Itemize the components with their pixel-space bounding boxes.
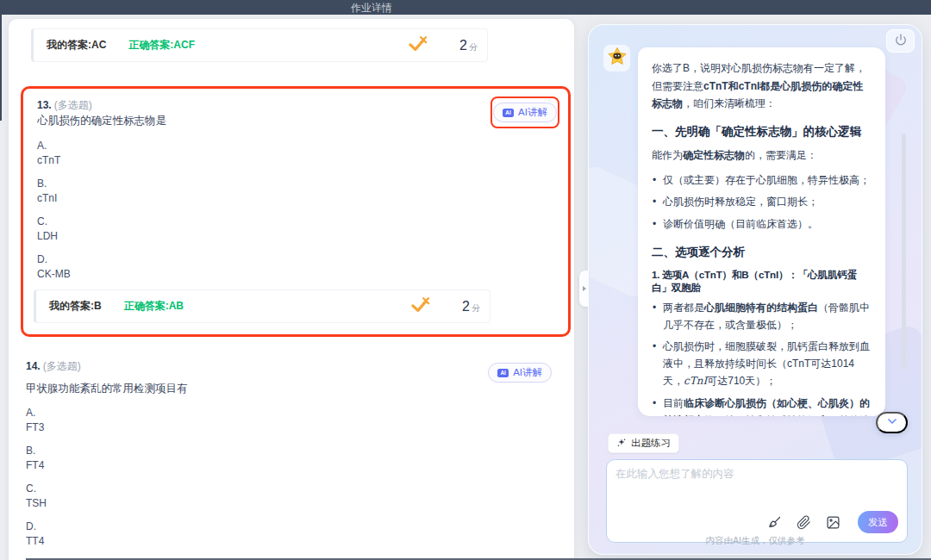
top-bar: 作业详情	[0, 0, 931, 15]
scroll-to-bottom-button[interactable]	[876, 412, 908, 433]
question-13-highlight-box: 13.(多选题) 心肌损伤的确定性标志物是 AI AI讲解 A. cTnT B.…	[21, 86, 571, 337]
option-text: TT4	[26, 534, 47, 549]
attachment-paperclip-icon[interactable]	[797, 515, 811, 530]
ai-explain-button-q13[interactable]: AI AI讲解	[493, 103, 557, 122]
option-item[interactable]: C. LDH	[37, 215, 71, 244]
ai-explain-button-q14[interactable]: AI AI讲解	[488, 363, 552, 383]
option-item[interactable]: A. cTnT	[37, 139, 71, 168]
chevron-right-icon	[583, 286, 586, 291]
option-text: TSH	[26, 496, 47, 511]
option-text: LDH	[37, 229, 71, 244]
chat-input[interactable]	[615, 467, 900, 503]
option-letter: B.	[26, 444, 47, 458]
send-button[interactable]: 发送	[858, 511, 898, 533]
chat-scrollbar[interactable]	[902, 134, 906, 370]
half-correct-icon	[410, 296, 431, 317]
question-13-stem: 心肌损伤的确定性标志物是	[37, 114, 166, 128]
option-item[interactable]: D. TT4	[26, 520, 47, 549]
option-letter: A.	[37, 139, 71, 153]
option-text: CK-MB	[37, 267, 71, 282]
ai-chat-message: 你选了B，说明对心肌损伤标志物有一定了解，但需要注意cTnT和cTnI都是心肌损…	[638, 47, 885, 416]
my-answer-label: 我的答案:B	[49, 299, 102, 314]
question-14-options: A. FT3 B. FT4 C. TSH D. TT4	[26, 406, 47, 560]
answer-card-q12: 我的答案:AC 正确答案:ACF 2分	[31, 28, 488, 62]
page-title: 作业详情	[351, 0, 392, 15]
question-list-panel: 我的答案:AC 正确答案:ACF 2分 13.(多选题) 心肌损伤的确定性标志物…	[9, 19, 574, 560]
question-14: 14.(多选题) AI AI讲解 甲状腺功能紊乱的常用检测项目有 A. FT3 …	[26, 358, 557, 374]
option-letter: C.	[37, 215, 71, 229]
sparkle-icon	[616, 438, 627, 450]
ai-badge-icon: AI	[503, 109, 514, 117]
ai-explain-label: AI讲解	[513, 366, 542, 379]
score-value: 2分	[459, 38, 478, 53]
my-answer-label: 我的答案:AC	[47, 38, 106, 53]
ai-explain-highlight-box: AI AI讲解	[490, 96, 559, 128]
window-edge-left	[0, 0, 2, 121]
option-letter: C.	[26, 482, 47, 496]
option-item[interactable]: D. CK-MB	[37, 252, 71, 282]
option-letter: B.	[37, 177, 71, 191]
chevron-down-icon	[885, 414, 899, 431]
option-text: cTnT	[37, 153, 71, 168]
ai-explain-label: AI讲解	[518, 106, 547, 119]
option-text: cTnI	[37, 191, 71, 206]
question-13-options: A. cTnT B. cTnI C. LDH D. CK-MB	[37, 139, 71, 290]
ai-badge-icon: AI	[497, 369, 509, 377]
power-icon	[895, 34, 907, 48]
option-item[interactable]: C. TSH	[26, 482, 47, 511]
practice-questions-button[interactable]: 出题练习	[608, 433, 679, 453]
option-letter: D.	[26, 520, 47, 534]
question-14-stem: 甲状腺功能紊乱的常用检测项目有	[26, 382, 188, 396]
ai-assistant-avatar	[603, 45, 630, 72]
ai-chat-panel: 你选了B，说明对心肌损伤标志物有一定了解，但需要注意cTnT和cTnI都是心肌损…	[588, 24, 922, 555]
option-text: FT3	[26, 420, 47, 435]
input-toolbar: 发送	[767, 511, 898, 533]
option-item[interactable]: B. FT4	[26, 444, 47, 473]
answer-card-q13: 我的答案:B 正确答案:AB 2分	[34, 289, 490, 323]
correct-answer-label: 正确答案:ACF	[128, 38, 195, 53]
star-mascot-icon	[607, 47, 628, 71]
option-letter: D.	[37, 252, 71, 267]
question-13-header: 13.(多选题)	[37, 96, 92, 113]
practice-label: 出题练习	[631, 437, 671, 450]
half-correct-icon	[408, 35, 428, 56]
clear-broom-icon[interactable]	[767, 515, 782, 530]
chat-input-container: 发送	[606, 459, 908, 543]
option-item[interactable]: A. FT3	[26, 406, 47, 435]
option-letter: A.	[26, 406, 47, 420]
close-chat-button[interactable]	[886, 29, 915, 53]
panel-collapse-handle[interactable]	[579, 271, 589, 307]
question-14-header: 14.(多选题)	[26, 358, 557, 374]
image-upload-icon[interactable]	[826, 515, 840, 530]
option-text: FT4	[26, 458, 47, 473]
option-item[interactable]: B. cTnI	[37, 177, 71, 206]
ai-disclaimer: 内容由AI生成，仅供参考	[589, 535, 922, 547]
score-value: 2分	[462, 299, 480, 314]
correct-answer-label: 正确答案:AB	[124, 299, 184, 314]
